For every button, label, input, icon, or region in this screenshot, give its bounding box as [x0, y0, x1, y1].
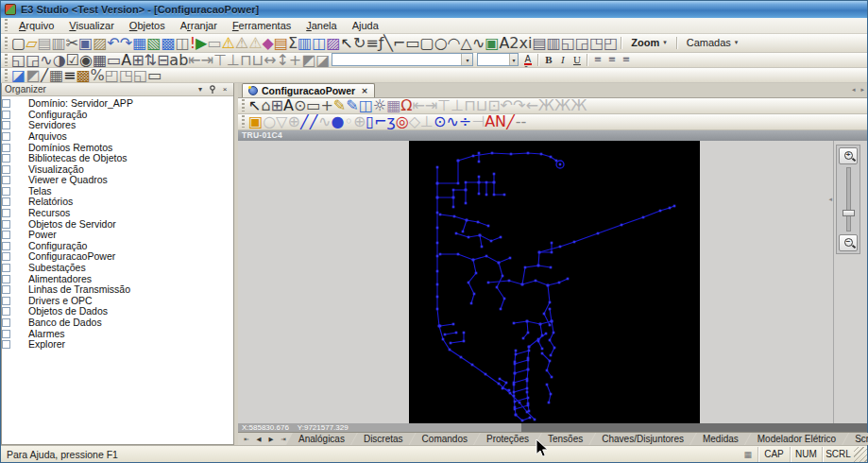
scale-button[interactable]: ▤ [532, 34, 546, 52]
curve-tool-button[interactable]: ∿ [472, 34, 485, 52]
tree-expander[interactable] [2, 330, 10, 338]
ring-device-button[interactable]: ◎ [396, 114, 409, 130]
tree-expander[interactable] [2, 297, 10, 305]
sheet-tab-last-button[interactable]: ⇥ [278, 434, 289, 444]
menu-arranjar[interactable]: Arranjar [173, 19, 225, 32]
tab-chaves-disjuntores[interactable]: Chaves/Disjuntores [589, 433, 696, 445]
align-right-canvas-button[interactable]: ⇥ [425, 98, 437, 114]
tab-scroll-left-icon[interactable]: ◂ [849, 86, 859, 94]
trunk-segment-button[interactable]: ╱ [309, 114, 318, 130]
tree-item-power[interactable]: Power [2, 230, 233, 241]
tree-item-alarmes[interactable]: Alarmes [2, 328, 233, 339]
select-tool-button[interactable]: ↖ [340, 34, 352, 52]
fault-button[interactable]: ╱ [506, 114, 516, 130]
polyline-tool-button[interactable]: ⌐ [393, 34, 405, 52]
tree-item-arquivos[interactable]: Arquivos [2, 131, 233, 143]
paint-bucket-button[interactable]: ▩ [76, 68, 90, 83]
toolbar-grip[interactable] [5, 69, 8, 81]
checkbox-control-button[interactable]: ☑ [66, 53, 79, 68]
grid-toggle-button[interactable]: ▦ [386, 98, 400, 114]
snap-magnet-button[interactable]: Ω [400, 98, 412, 114]
tree-expander[interactable] [2, 176, 10, 184]
redo-view-button[interactable]: ↷ [513, 98, 525, 114]
tree-expander[interactable] [2, 187, 10, 196]
send-back-button[interactable]: ◰ [604, 34, 618, 52]
arc-tool-button[interactable]: ◠ [448, 34, 461, 52]
cut-button[interactable]: ✂ [66, 34, 78, 52]
crosshair-button[interactable]: ⊕ [353, 114, 366, 130]
radio-control-button[interactable]: ◉ [79, 53, 93, 68]
tree-expander[interactable] [2, 144, 10, 152]
italic-button[interactable]: I [555, 53, 570, 66]
roundrect-tool-button[interactable]: ▢ [420, 34, 434, 52]
zoom-window-button[interactable]: ▭ [306, 98, 320, 114]
insert-query-button[interactable]: ▩ [161, 34, 175, 52]
bus-tool-button[interactable]: ⊕ [287, 114, 299, 130]
capacitor-button[interactable]: ÷ [459, 114, 471, 130]
tab-protecoes[interactable]: Proteções [474, 433, 541, 445]
menu-ajuda[interactable]: Ajuda [345, 19, 386, 32]
library-button[interactable]: ▤ [274, 34, 288, 52]
move-forward-button[interactable]: ◩ [301, 53, 315, 68]
sheet-tab-prev-button[interactable]: ◀ [253, 434, 264, 444]
underline-button[interactable]: U [570, 53, 584, 66]
collapse-zoom-bar-icon[interactable]: ◂ [828, 196, 832, 203]
busbar-button[interactable]: ▯ [366, 114, 374, 130]
undo-view-button[interactable]: ↶ [501, 98, 513, 114]
close-panel-icon[interactable]: × [219, 84, 230, 94]
align-text-right-button[interactable]: ≡ [619, 53, 633, 66]
zoom-slider-thumb[interactable] [842, 210, 855, 216]
tree-item-alimentadores[interactable]: Alimentadores [2, 273, 233, 284]
tree-expander[interactable] [2, 231, 10, 239]
tree-item-visualizacao[interactable]: Visualização [2, 163, 233, 175]
font-size-combo[interactable]: ▾ [477, 53, 519, 66]
tree-item-objetos-de-dados[interactable]: Objetos de Dados [2, 306, 233, 317]
tower-section-tool-button[interactable]: Ж [554, 98, 570, 114]
same-size-button[interactable]: + [289, 53, 301, 68]
raise-button[interactable]: ◰ [105, 68, 119, 83]
diamond-device-button[interactable]: ◇ [409, 114, 420, 130]
table-control-button[interactable]: ⊞ [131, 53, 144, 68]
formula-button[interactable]: Σ [288, 34, 298, 52]
line-segment-button[interactable]: ╱ [300, 114, 310, 130]
decrease2-button[interactable]: - [521, 114, 527, 130]
zoom-in-button[interactable]: + [839, 147, 858, 164]
back-view-button[interactable]: ← [525, 98, 537, 114]
tree-item-relatorios[interactable]: Relatórios [2, 197, 233, 208]
align-left-canvas-button[interactable]: ⇤ [413, 98, 425, 114]
tab-discretas[interactable]: Discretas [351, 433, 416, 445]
zoom-tool-button[interactable]: ⊙ [294, 98, 306, 114]
tree-item-viewer-e-quadros[interactable]: Viewer e Quadros [2, 175, 233, 186]
insert-report-button[interactable]: ▧ [146, 34, 161, 52]
zoom-out-button[interactable]: − [839, 234, 858, 251]
polygon-tool-button[interactable]: △ [461, 34, 472, 52]
select-cursor-button[interactable]: ↖ [248, 98, 261, 114]
align-top-canvas-button[interactable]: ⊤ [437, 98, 451, 114]
text-color-button[interactable]: A [520, 53, 535, 66]
align-text-center-button[interactable]: ≡ [604, 53, 619, 66]
copy-button[interactable]: ▣ [78, 34, 93, 52]
grid-control-button[interactable]: ▦ [93, 53, 107, 68]
close-tab-icon[interactable]: × [361, 86, 368, 95]
insert-chart-button[interactable]: ∿ [40, 53, 52, 68]
breaker-button[interactable]: ʒ [387, 114, 396, 130]
move-backward-button[interactable]: ◪ [315, 53, 330, 68]
curve-segment-button[interactable]: ∿ [318, 114, 331, 130]
ungroup-button[interactable]: ◲ [575, 34, 589, 52]
properties-window-button[interactable]: ◫ [359, 98, 373, 114]
insert-object-button[interactable]: ◫ [176, 34, 190, 52]
viewer-button[interactable]: ◫ [312, 34, 326, 52]
align-left-button[interactable]: ⇤ [188, 53, 200, 68]
save-button[interactable]: ▤ [37, 34, 51, 52]
combo-control-button[interactable]: ⊟ [157, 53, 169, 68]
font-family-combo[interactable]: ▾ [332, 53, 473, 66]
tree-expander[interactable] [2, 340, 10, 349]
toolbar-grip[interactable] [5, 37, 8, 49]
border-style-button[interactable]: ▭ [147, 68, 162, 83]
align-top-button[interactable]: ⊤ [213, 53, 227, 68]
drawing-area[interactable]: ◂ + − [238, 141, 867, 423]
text-tool-button[interactable]: A [499, 34, 509, 52]
textbox-control-button[interactable]: ab [169, 53, 188, 68]
report-button[interactable]: ▥ [298, 34, 312, 52]
same-size-canvas-button[interactable]: ⊡ [487, 98, 500, 114]
